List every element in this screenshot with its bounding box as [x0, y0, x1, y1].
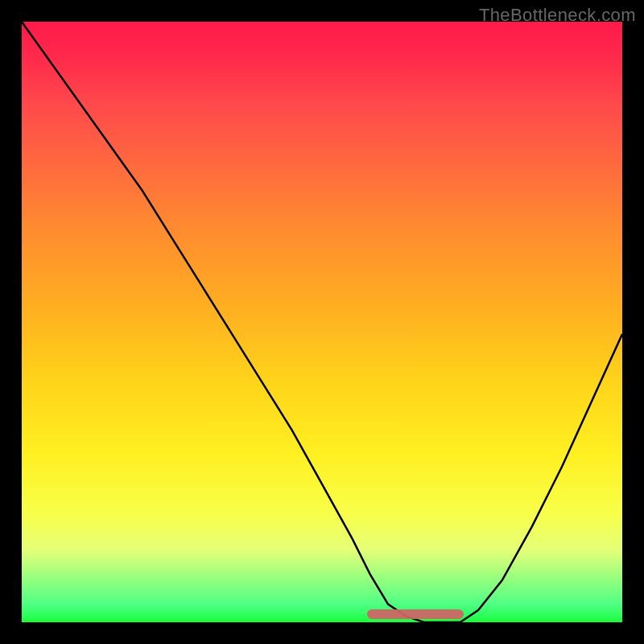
plot-area — [22, 22, 622, 622]
chart-stage: TheBottleneck.com — [0, 0, 644, 644]
watermark-text: TheBottleneck.com — [479, 5, 636, 26]
bottleneck-curve-path — [22, 22, 622, 622]
curve-layer — [22, 22, 622, 622]
optimal-zone-marker — [367, 609, 464, 619]
